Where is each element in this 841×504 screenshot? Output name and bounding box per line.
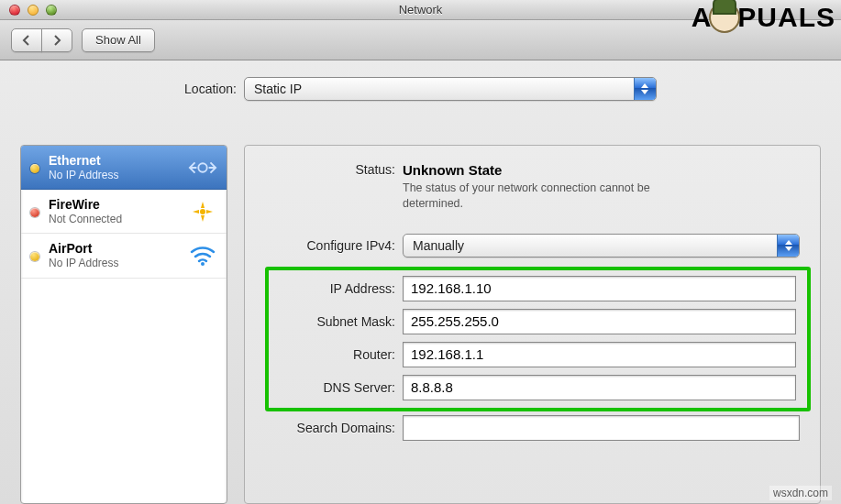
ip-fields-highlight: IP Address: Subnet Mask: Router: DNS Ser…: [265, 267, 811, 411]
interfaces-sidebar: Ethernet No IP Address FireWire Not Conn…: [20, 145, 227, 504]
brand-text-right: PUALS: [737, 2, 835, 33]
brand-avatar-icon: [709, 2, 740, 33]
subnet-mask-input[interactable]: [403, 309, 796, 334]
sidebar-item-sub: No IP Address: [49, 257, 119, 269]
main-area: Ethernet No IP Address FireWire Not Conn…: [20, 145, 821, 504]
sidebar-item-sub: No IP Address: [49, 169, 119, 181]
sidebar-item-text: Ethernet No IP Address: [49, 153, 119, 181]
search-domains-input[interactable]: [403, 415, 800, 441]
dns-server-input[interactable]: [403, 375, 796, 400]
nav-segmented: [11, 28, 72, 52]
configure-value: Manually: [413, 238, 464, 253]
ip-row: IP Address:: [269, 276, 796, 301]
sidebar-item-sub: Not Connected: [49, 213, 122, 225]
chevron-right-icon: [51, 35, 62, 46]
status-row: Status: Unknown State The status of your…: [265, 162, 800, 212]
configure-ipv4-select[interactable]: Manually: [403, 234, 800, 257]
router-label: Router:: [269, 347, 403, 362]
sidebar-item-firewire[interactable]: FireWire Not Connected: [21, 190, 227, 234]
close-window-button[interactable]: [9, 5, 20, 16]
wifi-icon: [188, 243, 217, 268]
firewire-icon: [188, 199, 217, 225]
svg-point-0: [198, 163, 206, 171]
sidebar-item-text: FireWire Not Connected: [49, 197, 122, 225]
status-dot-icon: [30, 252, 39, 261]
dns-row: DNS Server:: [269, 375, 796, 400]
ip-label: IP Address:: [269, 281, 403, 296]
sidebar-item-name: Ethernet: [49, 153, 119, 169]
location-label: Location:: [184, 82, 237, 96]
configure-row: Configure IPv4: Manually: [265, 234, 800, 257]
zoom-window-button[interactable]: [46, 5, 57, 16]
brand-watermark: A PUALS: [692, 2, 835, 33]
router-input[interactable]: [403, 342, 796, 367]
subnet-row: Subnet Mask:: [269, 309, 796, 334]
chevron-left-icon: [21, 35, 32, 46]
location-row: Location: Static IP: [0, 60, 841, 115]
svg-point-1: [200, 209, 205, 214]
detail-panel: Status: Unknown State The status of your…: [244, 145, 821, 504]
status-label: Status:: [265, 162, 403, 177]
sidebar-item-airport[interactable]: AirPort No IP Address: [21, 234, 227, 278]
select-stepper-icon: [634, 78, 656, 100]
sidebar-item-name: AirPort: [49, 241, 119, 257]
search-domains-label: Search Domains:: [265, 421, 403, 435]
ip-address-input[interactable]: [403, 276, 796, 301]
location-value: Static IP: [254, 82, 302, 96]
window-controls: [9, 5, 57, 16]
select-stepper-icon: [777, 235, 799, 257]
show-all-button[interactable]: Show All: [82, 28, 155, 52]
svg-point-2: [201, 262, 205, 266]
subnet-label: Subnet Mask:: [269, 314, 403, 329]
minimize-window-button[interactable]: [28, 5, 39, 16]
status-dot-icon: [30, 164, 39, 173]
source-url-watermark: wsxdn.com: [769, 486, 832, 500]
status-dot-icon: [30, 208, 39, 217]
preferences-window: Network Show All Location: Static IP Eth…: [0, 0, 841, 504]
back-button[interactable]: [11, 28, 42, 52]
status-description: The status of your network connection ca…: [403, 181, 696, 212]
forward-button[interactable]: [41, 28, 72, 52]
location-select[interactable]: Static IP: [244, 77, 657, 101]
status-value: Unknown State The status of your network…: [403, 162, 800, 212]
sidebar-item-name: FireWire: [49, 197, 122, 213]
dns-label: DNS Server:: [269, 380, 403, 395]
status-title: Unknown State: [403, 162, 800, 178]
search-domains-row: Search Domains:: [265, 415, 800, 441]
ethernet-icon: [188, 155, 217, 181]
configure-label: Configure IPv4:: [265, 238, 403, 253]
router-row: Router:: [269, 342, 796, 367]
sidebar-item-text: AirPort No IP Address: [49, 241, 119, 269]
sidebar-item-ethernet[interactable]: Ethernet No IP Address: [21, 146, 227, 190]
